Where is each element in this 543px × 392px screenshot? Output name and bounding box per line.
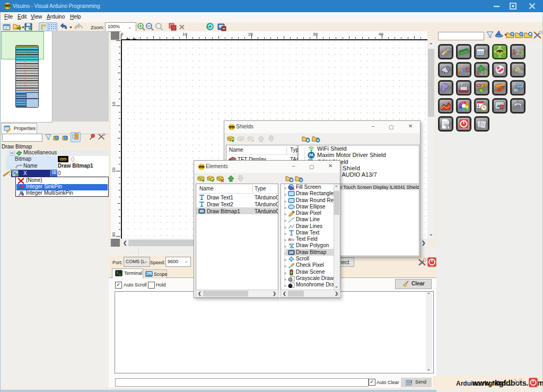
svg-text:$: $ [483, 83, 486, 88]
svg-text:bc: bc [291, 238, 295, 241]
svg-text:3: 3 [520, 49, 523, 57]
svg-text:2: 2 [480, 71, 484, 76]
svg-text:C: C [466, 66, 470, 74]
svg-text:1: 1 [477, 70, 480, 76]
svg-text:3: 3 [484, 70, 487, 76]
svg-text:1: 1 [477, 103, 480, 108]
